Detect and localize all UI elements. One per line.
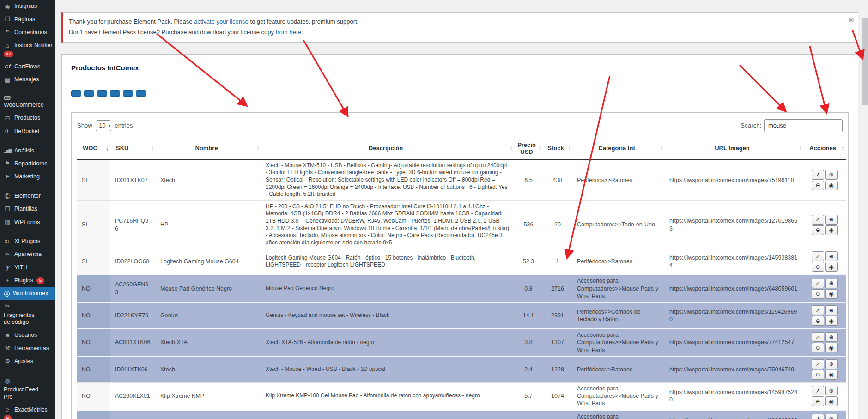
- from-here-link[interactable]: from here: [276, 29, 302, 36]
- activate-license-link[interactable]: activate your license: [194, 18, 249, 25]
- search-input[interactable]: [764, 119, 843, 132]
- toolbar-button-actualizar-stock[interactable]: [123, 90, 133, 97]
- view-button[interactable]: ◉: [825, 225, 838, 235]
- cell-precio: 1.1: [514, 410, 543, 419]
- export-button[interactable]: ↗: [812, 414, 824, 419]
- sidebar-item-yith[interactable]: y YITH: [0, 261, 55, 274]
- sidebar-item-insignias[interactable]: ◉ Insignias: [0, 0, 55, 13]
- sidebar-item-usuarios[interactable]: ☻ Usuarios: [0, 329, 55, 342]
- add-button[interactable]: ⊕: [825, 414, 838, 419]
- column-header[interactable]: URL Imagen ▲▼: [665, 138, 803, 159]
- add-button[interactable]: ⊕: [825, 279, 838, 288]
- table-row[interactable]: NO ID011XTK06 Xtech Xtech - Mouse - Wire…: [77, 357, 846, 383]
- export-button[interactable]: ↗: [812, 279, 824, 288]
- sidebar-item-woocommerce[interactable]: Woo WooCommerce: [0, 93, 55, 112]
- sidebar-item-marketing[interactable]: ➤ Marketing: [0, 170, 55, 183]
- export-button[interactable]: ↗: [812, 332, 824, 342]
- add-button[interactable]: ⊕: [825, 359, 838, 369]
- cell-precio: 0.8: [514, 274, 543, 303]
- view-button[interactable]: ◉: [825, 181, 838, 190]
- column-header[interactable]: Categoría Int ▲▼: [572, 138, 665, 159]
- page-scrollbar[interactable]: [862, 0, 868, 419]
- export-button[interactable]: ↗: [812, 305, 824, 315]
- dismiss-notice-icon[interactable]: ⊗: [848, 16, 854, 24]
- remove-button[interactable]: ⊖: [812, 262, 824, 272]
- sidebar-item-plantillas[interactable]: ❒ Plantillas: [0, 203, 55, 216]
- toolbar-button-insertar-productos[interactable]: [97, 90, 107, 97]
- column-header[interactable]: WOO ▲▼: [77, 138, 110, 159]
- sidebar-item-paginas[interactable]: ❐ Páginas: [0, 13, 55, 26]
- sidebar-item-wpforms[interactable]: ▦ WPForms: [0, 216, 55, 229]
- column-header[interactable]: Descripción ▲▼: [261, 138, 514, 159]
- location-pin-icon: ⚑: [4, 160, 11, 167]
- sidebar-item-woointcomex[interactable]: $ WooIntcomex: [0, 287, 55, 300]
- export-button[interactable]: ↗: [812, 251, 824, 261]
- sidebar-item-productos[interactable]: ⊟ Productos: [0, 112, 55, 125]
- toolbar-button-actualizar-lista[interactable]: [71, 90, 81, 97]
- column-header[interactable]: SKU ▲▼: [110, 138, 156, 159]
- table-row[interactable]: SI PC716HPQ96 HP HP - 200 - G3 - AIO 21.…: [77, 200, 846, 249]
- toolbar-button-configuracion-global[interactable]: [84, 90, 94, 97]
- cell-acciones: ↗ ⊕ ⊖ ◉: [803, 382, 846, 410]
- column-header[interactable]: Stock ▲▼: [543, 138, 572, 159]
- sidebar-item-exactmetrics[interactable]: ℮ ExactMetrics 9: [0, 403, 55, 419]
- remove-button[interactable]: ⊖: [812, 316, 824, 326]
- entries-label: entries: [115, 122, 133, 129]
- sidebar-item-xlplugins[interactable]: XL XLPlugins: [0, 235, 55, 248]
- table-row[interactable]: NO AC001XTK08 Xtech Xtech - Mouse pad - …: [77, 410, 846, 419]
- sidebar-item-herramientas[interactable]: ⚒ Herramientas: [0, 342, 55, 355]
- export-button[interactable]: ↗: [812, 170, 824, 180]
- view-button[interactable]: ◉: [825, 262, 838, 272]
- cell-stock: 20: [543, 200, 572, 249]
- export-button[interactable]: ↗: [812, 359, 824, 369]
- scrollbar-thumb[interactable]: [862, 18, 868, 105]
- add-button[interactable]: ⊕: [825, 332, 838, 342]
- sidebar-item-plugins[interactable]: ⚡ Plugins 5: [0, 274, 55, 287]
- sidebar-item-fragmentos-de-codigo[interactable]: ✂ Fragmentos de código: [0, 300, 55, 329]
- view-button[interactable]: ◉: [825, 343, 838, 352]
- sidebar-item-repartidores[interactable]: ⚑ Repartidores: [0, 157, 55, 170]
- table-row[interactable]: SI ID022LOG60 Logitech Gaming Mouse G604…: [77, 249, 846, 275]
- sidebar-item-analisis[interactable]: ▂▅▇ Análisis: [0, 145, 55, 158]
- table-row[interactable]: SI ID011XTK07 Xtech Xtech - Mouse XTM-51…: [77, 159, 846, 200]
- remove-button[interactable]: ⊖: [812, 225, 824, 235]
- remove-button[interactable]: ⊖: [812, 343, 824, 352]
- add-button[interactable]: ⊕: [825, 305, 838, 315]
- remove-button[interactable]: ⊖: [812, 289, 824, 299]
- view-button[interactable]: ◉: [825, 396, 838, 406]
- table-row[interactable]: NO AC260KLX01 Klip Xtreme KMP Klip Xtrem…: [77, 382, 846, 410]
- toolbar-button-eliminar-productos[interactable]: [110, 90, 120, 97]
- sidebar-item-mensajes[interactable]: ▤ Mensajes: [0, 73, 55, 86]
- column-header[interactable]: Acciones ▲▼: [803, 138, 846, 159]
- table-row[interactable]: NO ID221KYE76 Genius Genius - Keypad and…: [77, 303, 846, 328]
- cell-acciones: ↗ ⊕ ⊖ ◉: [803, 200, 846, 249]
- table-row[interactable]: NO AC001XTK06 Xtech XTA Xtech XTA-526 - …: [77, 328, 846, 357]
- sidebar-item-berocket[interactable]: ✈ BeRocket: [0, 125, 55, 138]
- column-header[interactable]: Precio USD ▲▼: [514, 138, 543, 159]
- view-button[interactable]: ◉: [825, 370, 838, 380]
- sidebar-item-comentarios[interactable]: ❞ Comentarios: [0, 26, 55, 39]
- sidebar-item-label: YITH: [14, 264, 27, 272]
- sidebar-item-apariencia[interactable]: ✒ Apariencia: [0, 248, 55, 261]
- sidebar-item-product-feed-pro[interactable]: ◍ Product Feed Pro: [0, 375, 55, 404]
- table-row[interactable]: NO AC260GEN63 Mouse Pad Genérico Negro M…: [77, 274, 846, 303]
- toolbar-button-actualizar-precio[interactable]: [136, 90, 146, 97]
- remove-button[interactable]: ⊖: [812, 396, 824, 406]
- add-button[interactable]: ⊕: [825, 251, 838, 261]
- sidebar-item-instock-notifier[interactable]: ⌂ Instock Notifier 27: [0, 39, 55, 61]
- add-button[interactable]: ⊕: [825, 215, 838, 225]
- view-button[interactable]: ◉: [825, 289, 838, 299]
- export-button[interactable]: ↗: [812, 215, 824, 225]
- column-header[interactable]: Nombre ▲▼: [156, 138, 261, 159]
- sidebar-item-ajustes[interactable]: ⚙ Ajustes: [0, 355, 55, 368]
- sidebar-item-cartflows[interactable]: cf CartFlows: [0, 60, 55, 73]
- view-button[interactable]: ◉: [825, 316, 838, 326]
- sidebar-item-elementor[interactable]: Ⓔ Elementor: [0, 190, 55, 203]
- page-length-select[interactable]: 10 ▾: [96, 120, 112, 131]
- add-button[interactable]: ⊕: [825, 170, 838, 180]
- add-button[interactable]: ⊕: [825, 386, 838, 395]
- export-button[interactable]: ↗: [812, 386, 824, 395]
- cell-sku: AC001XTK08: [110, 410, 156, 419]
- remove-button[interactable]: ⊖: [812, 370, 824, 380]
- remove-button[interactable]: ⊖: [812, 181, 824, 190]
